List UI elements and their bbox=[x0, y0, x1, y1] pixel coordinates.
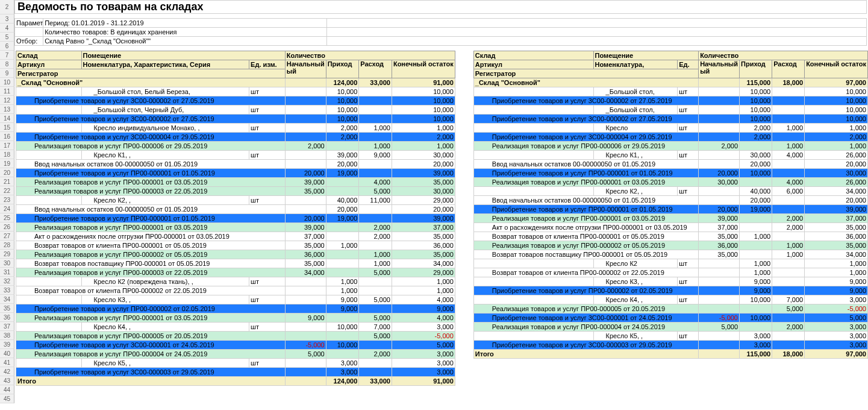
value-cell bbox=[285, 96, 326, 105]
value-cell bbox=[699, 96, 740, 105]
data-row: Реализация товаров и услуг ПР00-000006 о… bbox=[473, 141, 867, 150]
hdr-nomen: Номенклатура, Характеристика, Серия bbox=[81, 60, 249, 69]
value-cell: 39,000 bbox=[326, 150, 359, 159]
value-cell: 5,000 bbox=[359, 186, 392, 195]
value-cell bbox=[285, 87, 326, 96]
hdr-start: Начальныйый bbox=[285, 60, 326, 78]
value-cell: 3,000 bbox=[392, 349, 455, 358]
value-cell: 39,000 bbox=[392, 168, 455, 177]
value-cell: 10,000 bbox=[740, 295, 772, 304]
value-cell bbox=[359, 304, 392, 313]
value-cell bbox=[285, 277, 326, 286]
value-cell: -5,000 bbox=[392, 331, 455, 340]
item-name: Кресло К4, , bbox=[593, 295, 678, 304]
data-row: Креслошт2,0001,0001,000 bbox=[473, 123, 867, 132]
doc-name: Реализация товаров и услуг ПР00-000001 о… bbox=[473, 177, 698, 186]
value-cell: 9,000 bbox=[392, 304, 455, 313]
doc-name: Ввод начальных остатков 00-00000050 от 0… bbox=[16, 204, 286, 213]
value-cell bbox=[359, 358, 392, 367]
unit: шт bbox=[678, 150, 699, 159]
value-cell: 2,000 bbox=[359, 349, 392, 358]
value-cell bbox=[772, 232, 805, 241]
filter-label: Отбор: bbox=[15, 37, 43, 46]
hdr-expense: Расход bbox=[359, 60, 392, 78]
value-cell bbox=[772, 268, 805, 277]
value-cell: 37,000 bbox=[285, 232, 326, 241]
value-cell bbox=[285, 331, 326, 340]
value-cell: 2,000 bbox=[772, 213, 805, 222]
data-row: Реализация товаров и услуг ПР00-000001 о… bbox=[473, 177, 867, 186]
value-cell: 10,000 bbox=[392, 105, 455, 114]
value-cell bbox=[772, 195, 805, 204]
unit: шт bbox=[249, 295, 286, 304]
value-cell: 1,000 bbox=[805, 259, 868, 268]
data-row: Возврат товаров поставщику ПР00-000001 о… bbox=[473, 250, 867, 259]
value-cell: 3,000 bbox=[326, 358, 359, 367]
item-name: Кресло К1, , bbox=[81, 150, 249, 159]
value-cell: 5,000 bbox=[359, 331, 392, 340]
hdr-start: Начальныйый bbox=[699, 60, 740, 78]
data-row: Приобретение товаров и услуг 3С00-000004… bbox=[473, 132, 867, 141]
value-cell bbox=[326, 250, 359, 259]
value-cell bbox=[326, 349, 359, 358]
value-cell: 3,000 bbox=[805, 340, 868, 349]
data-row: Возврат товаров от клиента ПР00-000001 о… bbox=[473, 232, 867, 241]
doc-name: Приобретение товаров и услуг ПР00-000001… bbox=[16, 168, 286, 177]
value-cell bbox=[326, 268, 359, 277]
data-row: Возврат товаров от клиента ПР00-000002 о… bbox=[16, 286, 455, 295]
value-cell bbox=[740, 213, 772, 222]
unit: шт bbox=[249, 277, 286, 286]
value-cell bbox=[285, 204, 326, 213]
value-cell: 39,000 bbox=[805, 204, 868, 213]
hdr-qty: Количество bbox=[285, 51, 455, 60]
value-cell: 9,000 bbox=[359, 150, 392, 159]
value-cell: 2,000 bbox=[285, 141, 326, 150]
doc-name: Приобретение товаров и услуг ПР00-000002… bbox=[473, 286, 698, 295]
data-row: Кресло К4, ,шт10,0007,0003,000 bbox=[16, 322, 455, 331]
data-row: Реализация товаров и услуг ПР00-000004 о… bbox=[473, 322, 867, 331]
data-row: _Большой стол,шт10,00010,000 bbox=[473, 105, 867, 114]
doc-name: Ввод начальных остатков 00-00000050 от 0… bbox=[473, 195, 698, 204]
value-cell: 5,000 bbox=[772, 304, 805, 313]
value-cell: 1,000 bbox=[772, 250, 805, 259]
data-row: Приобретение товаров и услуг 3С00-000002… bbox=[16, 114, 455, 123]
value-cell bbox=[699, 286, 740, 295]
value-cell bbox=[359, 105, 392, 114]
data-row: Приобретение товаров и услуг 3С00-000001… bbox=[16, 340, 455, 349]
unit: шт bbox=[249, 195, 286, 204]
value-cell: 5,000 bbox=[359, 268, 392, 277]
value-cell: 1,000 bbox=[392, 286, 455, 295]
value-cell: 40,000 bbox=[740, 186, 772, 195]
value-cell: 1,000 bbox=[392, 141, 455, 150]
value-cell bbox=[285, 195, 326, 204]
value-cell: 4,000 bbox=[772, 150, 805, 159]
value-cell: 5,000 bbox=[285, 349, 326, 358]
value-cell: 1,000 bbox=[740, 268, 772, 277]
value-cell bbox=[772, 331, 805, 340]
hdr-unit: Ед. изм. bbox=[249, 60, 286, 69]
doc-name: Реализация товаров и услуг ПР00-000005 о… bbox=[473, 304, 698, 313]
doc-name: Приобретение товаров и услуг 3С00-000004… bbox=[473, 132, 698, 141]
doc-name: Возврат товаров от клиента ПР00-000001 о… bbox=[473, 232, 698, 241]
hdr-end: Конечный остаток bbox=[805, 60, 868, 78]
value-cell bbox=[285, 322, 326, 331]
value-cell: 33,000 bbox=[359, 376, 392, 385]
value-cell bbox=[772, 132, 805, 141]
data-row: Кресло индивидуальное Монако, ,шт2,0001,… bbox=[16, 123, 455, 132]
value-cell bbox=[285, 132, 326, 141]
value-cell: 39,000 bbox=[392, 213, 455, 222]
item-name: Кресло К3, , bbox=[593, 277, 678, 286]
value-cell: 10,000 bbox=[805, 96, 868, 105]
value-cell: 2,000 bbox=[359, 232, 392, 241]
unit: шт bbox=[249, 322, 286, 331]
row-numbers: 2345678910111213141516171819202122232425… bbox=[0, 0, 14, 403]
value-cell: 20,000 bbox=[326, 159, 359, 168]
value-cell: 11,000 bbox=[359, 195, 392, 204]
value-cell bbox=[772, 277, 805, 286]
value-cell bbox=[699, 195, 740, 204]
value-cell bbox=[359, 168, 392, 177]
value-cell: 20,000 bbox=[740, 159, 772, 168]
data-row: Реализация товаров и услуг ПР00-000001 о… bbox=[16, 222, 455, 232]
data-row: Кресло К2, ,шт40,0006,00034,000 bbox=[473, 186, 867, 195]
value-cell: 30,000 bbox=[740, 150, 772, 159]
